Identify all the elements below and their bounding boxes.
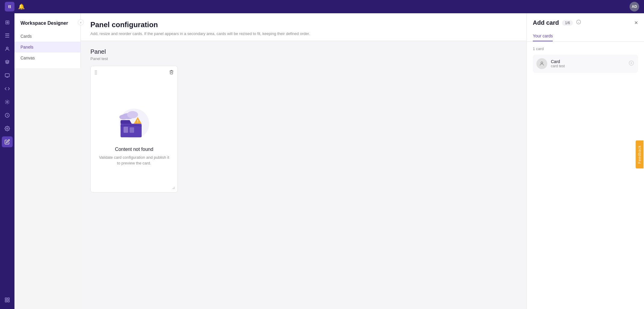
svg-point-19	[541, 62, 543, 64]
sidebar-icon-edit[interactable]	[2, 136, 13, 147]
avatar[interactable]: AD	[630, 2, 639, 11]
workspace-title: Workspace Designer	[14, 18, 80, 31]
content-header: Panel configuration Add, resize and reor…	[81, 13, 526, 41]
svg-point-12	[119, 115, 128, 119]
card-list-item[interactable]: Card card test	[533, 55, 638, 73]
svg-rect-7	[8, 301, 9, 302]
resize-handle[interactable]: ⊿	[172, 186, 175, 190]
icon-sidebar: ⊞ ☰	[0, 13, 14, 309]
svg-rect-17	[130, 127, 134, 133]
card-item-sub: card test	[551, 64, 565, 68]
right-panel-header: Add card 1/6 ×	[527, 13, 644, 26]
content-area: Panel configuration Add, resize and reor…	[81, 13, 526, 309]
card-item-info: Card card test	[551, 59, 565, 68]
app-logo[interactable]: tt	[5, 2, 14, 11]
sidebar-icon-layers[interactable]: ⊞	[2, 17, 13, 28]
sidebar-item-canvas[interactable]: Canvas	[14, 53, 80, 63]
svg-point-4	[7, 128, 8, 129]
nav-sidebar: Workspace Designer Cards Panels Canvas ‹	[14, 13, 81, 68]
collapse-sidebar-button[interactable]: ‹	[78, 19, 84, 25]
topbar: tt 🔔 AD	[0, 0, 644, 13]
sidebar-icon-circle[interactable]	[2, 110, 13, 121]
add-card-title: Add card	[533, 19, 559, 26]
right-panel-body: 1 card Card card test	[527, 42, 644, 309]
delete-card-icon[interactable]	[169, 70, 174, 76]
card-list-item-left: Card card test	[536, 58, 565, 69]
sidebar-item-cards[interactable]: Cards	[14, 31, 80, 42]
sidebar-icon-user[interactable]	[2, 43, 13, 54]
panel-label: Panel	[90, 48, 517, 55]
card-item-header: ⣿	[91, 66, 177, 79]
cards-count: 1 card	[533, 46, 638, 51]
card-item-avatar	[536, 58, 547, 69]
drag-handle-icon[interactable]: ⣿	[94, 70, 97, 75]
panel-sub: Panel test	[90, 56, 517, 61]
sidebar-icon-grid[interactable]	[2, 295, 13, 305]
info-icon[interactable]	[576, 19, 581, 26]
svg-point-0	[6, 47, 8, 49]
card-empty-state: ! Content not found Validate card config…	[91, 79, 177, 192]
sidebar-icon-flow[interactable]	[2, 97, 13, 107]
svg-rect-1	[5, 74, 9, 77]
empty-state-desc: Validate card configuration and publish …	[98, 154, 170, 166]
right-panel: Add card 1/6 × Your cards 1 card Card	[526, 13, 644, 309]
sidebar-icon-monitor[interactable]	[2, 70, 13, 81]
notification-icon[interactable]: 🔔	[18, 3, 25, 10]
nav-sidebar-wrapper: Workspace Designer Cards Panels Canvas ‹	[14, 13, 81, 309]
main-layout: ⊞ ☰ Workspace Designer	[0, 13, 644, 309]
svg-rect-5	[5, 298, 7, 299]
right-panel-title-group: Add card 1/6	[533, 19, 581, 26]
add-card-button[interactable]	[628, 60, 634, 68]
svg-rect-8	[5, 301, 7, 302]
content-body: Panel Panel test ⣿	[81, 41, 526, 309]
close-panel-button[interactable]: ×	[634, 19, 638, 26]
card-panel-item: ⣿	[90, 66, 178, 193]
svg-rect-6	[8, 298, 9, 299]
svg-point-11	[127, 111, 138, 118]
feedback-tab[interactable]: Feedback	[636, 141, 644, 169]
step-badge: 1/6	[562, 20, 573, 26]
tab-your-cards[interactable]: Your cards	[533, 31, 553, 41]
svg-text:!: !	[137, 119, 138, 123]
svg-point-2	[7, 101, 8, 103]
sidebar-item-panels[interactable]: Panels	[14, 42, 80, 53]
sidebar-icon-list[interactable]: ☰	[2, 30, 13, 41]
panel-grid: ⣿	[90, 66, 517, 193]
topbar-left: tt 🔔	[5, 2, 25, 11]
page-title: Panel configuration	[90, 21, 517, 29]
empty-state-title: Content not found	[115, 147, 153, 152]
header-description: Add, resize and reorder cards. If the pa…	[90, 31, 517, 36]
sidebar-icon-code[interactable]	[2, 83, 13, 94]
sidebar-icon-tag[interactable]	[2, 57, 13, 68]
svg-rect-16	[124, 127, 128, 133]
card-item-name: Card	[551, 59, 565, 64]
sidebar-icon-settings[interactable]	[2, 123, 13, 134]
right-panel-tabs: Your cards	[527, 26, 644, 42]
